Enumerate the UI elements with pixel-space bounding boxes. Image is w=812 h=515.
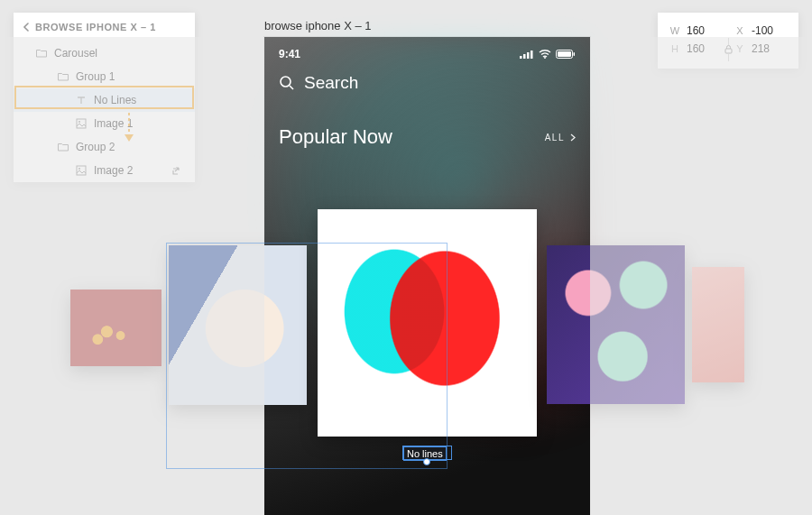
status-bar: 9:41 bbox=[264, 37, 590, 60]
svg-rect-7 bbox=[527, 52, 530, 59]
popular-heading: Popular Now bbox=[279, 125, 392, 149]
carousel-thumb-main[interactable] bbox=[318, 209, 537, 437]
search-field[interactable]: Search bbox=[264, 60, 590, 93]
prop-key-h: H bbox=[669, 43, 681, 54]
all-label: ALL bbox=[545, 133, 565, 143]
svg-point-3 bbox=[78, 168, 80, 170]
layer-group-1[interactable]: Group 1 bbox=[14, 65, 195, 88]
prop-key-w: W bbox=[669, 25, 681, 36]
folder-icon bbox=[57, 70, 69, 83]
svg-rect-6 bbox=[523, 54, 526, 59]
layer-group-2[interactable]: Group 2 bbox=[14, 135, 195, 159]
all-link[interactable]: ALL bbox=[545, 133, 576, 143]
prop-key-x: X bbox=[734, 25, 746, 36]
prop-height[interactable]: H 160 bbox=[669, 42, 723, 55]
folder-icon bbox=[57, 141, 69, 153]
artboard-title[interactable]: browse iphone X – 1 bbox=[264, 19, 372, 32]
text-icon bbox=[75, 94, 88, 106]
svg-rect-8 bbox=[531, 51, 533, 59]
layer-label: Image 2 bbox=[94, 164, 163, 177]
layer-image-1[interactable]: Image 1 bbox=[14, 112, 195, 135]
chevron-left-icon bbox=[23, 23, 30, 32]
prop-val-x: -100 bbox=[746, 24, 788, 37]
layers-panel-header[interactable]: BROWSE IPHONE X – 1 bbox=[14, 13, 195, 41]
lock-icon bbox=[724, 45, 733, 54]
status-time: 9:41 bbox=[279, 48, 300, 60]
layers-header-label: BROWSE IPHONE X – 1 bbox=[35, 22, 156, 32]
svg-point-9 bbox=[544, 57, 546, 59]
layer-image-2[interactable]: Image 2 bbox=[14, 159, 195, 182]
svg-rect-4 bbox=[725, 49, 732, 53]
layer-label: No Lines bbox=[94, 94, 188, 106]
search-placeholder: Search bbox=[304, 73, 358, 93]
wifi-icon bbox=[539, 50, 551, 59]
search-icon bbox=[279, 75, 295, 91]
svg-rect-5 bbox=[520, 56, 522, 59]
svg-rect-12 bbox=[574, 52, 576, 56]
svg-rect-0 bbox=[77, 119, 86, 128]
chevron-right-icon bbox=[570, 133, 576, 142]
carousel-thumb-2[interactable] bbox=[169, 245, 307, 405]
battery-icon bbox=[556, 50, 576, 59]
prop-val-w: 160 bbox=[681, 24, 723, 37]
svg-point-13 bbox=[281, 77, 291, 87]
carousel-thumb-4[interactable] bbox=[692, 267, 744, 382]
prop-key-y: Y bbox=[734, 43, 746, 54]
prop-val-h: 160 bbox=[681, 42, 723, 55]
layer-label: Carousel bbox=[54, 47, 188, 60]
drag-arrow-icon bbox=[123, 113, 135, 143]
svg-rect-2 bbox=[77, 166, 86, 175]
carousel-thumb-3[interactable] bbox=[547, 245, 685, 404]
image-icon bbox=[75, 164, 88, 177]
carousel-thumb-1[interactable] bbox=[70, 290, 161, 366]
external-link-icon[interactable] bbox=[169, 164, 181, 177]
svg-rect-11 bbox=[558, 51, 571, 57]
aspect-lock[interactable] bbox=[724, 38, 733, 61]
image-icon bbox=[75, 117, 88, 130]
prop-x[interactable]: X -100 bbox=[734, 24, 788, 37]
selection-handle[interactable] bbox=[423, 458, 430, 465]
layer-carousel[interactable]: Carousel bbox=[14, 41, 195, 65]
prop-width[interactable]: W 160 bbox=[669, 24, 723, 37]
folder-icon bbox=[35, 47, 48, 60]
layer-no-lines[interactable]: No Lines bbox=[14, 88, 195, 112]
prop-val-y: 218 bbox=[746, 42, 788, 55]
layer-label: Image 1 bbox=[94, 117, 188, 130]
layers-panel: BROWSE IPHONE X – 1 Carousel Group 1 No … bbox=[14, 13, 195, 182]
properties-panel: W 160 X -100 H 160 Y 218 bbox=[658, 13, 798, 69]
layer-label: Group 1 bbox=[76, 70, 188, 83]
svg-point-1 bbox=[78, 121, 80, 123]
signal-icon bbox=[520, 50, 534, 59]
prop-y[interactable]: Y 218 bbox=[734, 42, 788, 55]
